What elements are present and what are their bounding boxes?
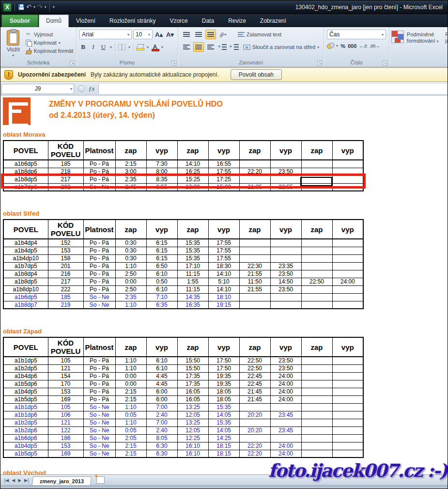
ribbon-tab[interactable]: Data [195,15,221,27]
align-center-button[interactable] [193,42,204,52]
undo-icon[interactable]: ↶ [26,4,31,10]
align-right-button[interactable] [205,42,216,52]
cell[interactable]: 8:05 [146,434,177,442]
column-header[interactable]: zap [177,337,208,357]
cell[interactable]: 2:05 [115,434,146,442]
cell[interactable]: 217 [48,278,83,285]
cut-button[interactable]: ✂ Vyjmout [24,31,74,38]
cell[interactable]: a1b1dp6 [3,411,48,419]
cell[interactable] [332,364,363,372]
cell[interactable]: a1b8dp7 [3,301,48,309]
cell[interactable]: 13:25 [177,419,208,426]
cell[interactable]: So - Ne [83,419,115,426]
cell[interactable] [301,301,332,309]
column-header[interactable]: vyp [146,337,177,357]
cell[interactable] [301,426,332,434]
cell[interactable] [301,254,332,262]
next-sheet-icon[interactable]: ▶ [17,478,22,483]
decrease-indent-button[interactable] [217,42,228,52]
decrease-decimal-button[interactable]: ,00→ [370,44,380,48]
cell[interactable]: Po - Pá [83,364,115,372]
cell[interactable] [332,254,363,262]
cell[interactable] [270,239,301,247]
cell[interactable]: 106 [48,411,83,419]
cell[interactable] [301,450,332,457]
cell[interactable]: a1b1dp5 [3,403,48,411]
format-as-table-button-partial[interactable]: F jak [445,32,448,59]
cell[interactable]: a1b6dp5 [3,160,48,168]
ribbon-tab[interactable]: Vzorce [163,15,194,27]
underline-button[interactable]: U [100,43,107,51]
cell[interactable] [239,239,270,247]
fill-color-icon[interactable] [137,44,144,50]
cell[interactable]: a1b5dp6 [3,380,48,388]
cell[interactable]: a1b4dp5 [3,247,48,254]
name-box[interactable]: J9 ▾ [1,84,74,94]
cell[interactable]: 2:40 [146,411,177,419]
cell[interactable]: 24:00 [270,388,301,395]
column-header[interactable]: zap [177,141,208,160]
cell[interactable]: 16:05 [177,395,208,403]
insert-function-icon[interactable]: ƒx [89,85,94,93]
cell[interactable]: 0:30 [115,239,146,247]
cell[interactable]: 15:35 [177,254,208,262]
cell[interactable] [301,262,332,270]
cell[interactable] [332,434,363,442]
chevron-down-icon[interactable]: ▾ [147,45,149,49]
cell[interactable]: 14:10 [177,160,208,168]
cell[interactable]: 16:10 [177,450,208,457]
cell[interactable]: a1b4dp5 [3,388,48,395]
cell[interactable]: 5:10 [208,278,239,285]
cell[interactable]: 2:15 [115,442,146,450]
cell[interactable]: 6:30 [146,450,177,457]
column-header[interactable]: vyp [270,337,301,357]
cell[interactable]: 22:50 [239,364,270,372]
column-header[interactable]: vyp [208,141,239,160]
cell[interactable]: 14:05 [208,426,239,434]
column-header[interactable]: zap [115,141,146,160]
column-header[interactable]: Platnost [83,141,115,160]
cell[interactable]: 18:15 [208,442,239,450]
increase-decimal-button[interactable]: ←,0 [359,44,367,48]
cell[interactable]: So - Ne [83,434,115,442]
bold-button[interactable]: B [79,43,87,51]
column-header[interactable]: POVEL [3,220,48,239]
cell[interactable]: 23:50 [270,285,301,293]
cell[interactable] [301,411,332,419]
cell[interactable]: 15:35 [208,419,239,426]
cell[interactable]: So - Ne [83,301,115,309]
cell[interactable]: Po - Pá [83,285,115,293]
column-header[interactable]: zap [239,141,270,160]
cell[interactable]: So - Ne [83,426,115,434]
cell[interactable]: 6:10 [146,357,177,364]
enable-content-button[interactable]: Povolit obsah [231,69,282,80]
align-left-button[interactable] [181,42,192,52]
cell[interactable]: 121 [48,419,83,426]
cell[interactable]: 19:35 [208,372,239,380]
dialog-launcher-icon[interactable]: ↘ [383,61,387,65]
cell[interactable] [301,364,332,372]
cell[interactable] [332,285,363,293]
cell[interactable]: a1b4dp6 [3,372,48,380]
cell[interactable]: 14:25 [208,434,239,442]
cell[interactable]: 6:35 [146,301,177,309]
column-header[interactable]: zap [239,337,270,357]
cell[interactable] [301,285,332,293]
last-sheet-icon[interactable]: ▶| [23,478,30,483]
cell[interactable]: 23:35 [270,262,301,270]
column-header[interactable]: POVEL [3,337,48,357]
worksheet-area[interactable]: ZMĚNY V PROGRAMU VYSÍLÁNÍ POVELŮ HDO od … [0,95,448,474]
column-header[interactable]: Platnost [83,220,115,239]
accounting-format-icon[interactable] [327,43,334,49]
font-color-icon[interactable]: A [152,45,158,49]
cell[interactable]: 1:10 [115,403,146,411]
dialog-launcher-icon[interactable]: ↘ [171,61,176,65]
cell[interactable]: 11:15 [177,270,208,278]
cell[interactable]: 6:15 [146,254,177,262]
cell[interactable] [270,247,301,254]
cell[interactable]: 7:30 [146,160,177,168]
cell[interactable]: Po - Pá [83,395,115,403]
number-format-combo[interactable]: Čas ▾ [327,30,386,39]
cell[interactable] [239,403,270,411]
conditional-formatting-button[interactable]: Podmíněné formátování ▾ [407,32,438,59]
